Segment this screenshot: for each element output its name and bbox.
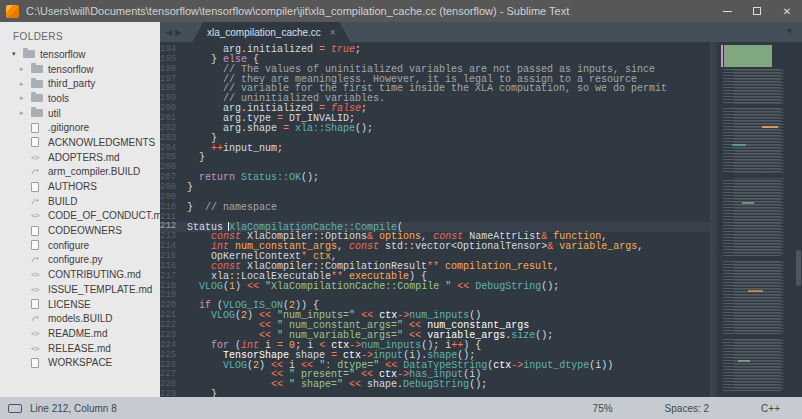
collapsed-arrow-icon[interactable]: ▸ — [20, 109, 31, 117]
close-button[interactable]: ✕ — [772, 0, 802, 22]
tree-item[interactable]: ▸tools — [0, 91, 160, 106]
window-controls: ✕ — [712, 0, 802, 22]
code-line[interactable]: 210} // namespace — [160, 203, 718, 213]
code-line[interactable]: 204 ++input_num; — [160, 144, 718, 154]
tree-item[interactable]: <>RELEASE.md — [0, 341, 160, 356]
minimap-lines-overlay — [734, 70, 784, 391]
tab-overflow-icon[interactable]: ▼ — [785, 26, 794, 36]
line-content: VLOG(1) << "XlaCompilationCache::Compile… — [187, 282, 559, 292]
line-content: } — [187, 153, 205, 163]
tab-label: xla_compilation_cache.cc — [207, 27, 321, 38]
tree-item-label: arm_compiler.BUILD — [48, 166, 140, 177]
expanded-arrow-icon[interactable]: ▾ — [12, 50, 23, 58]
minimap-shadow — [710, 42, 718, 397]
code-line[interactable]: 207 return Status::OK(); — [160, 173, 718, 183]
tab-bar: ◀ ▶ xla_compilation_cache.cc × ▼ — [160, 22, 802, 42]
tree-item[interactable]: WORKSPACE — [0, 355, 160, 370]
code-line[interactable]: 208} — [160, 183, 718, 193]
scroll-percent[interactable]: 75% — [593, 403, 613, 414]
minimap-license-block — [724, 45, 772, 67]
tree-item[interactable]: <>CODE_OF_CONDUCT.md — [0, 209, 160, 224]
maximize-button[interactable] — [742, 0, 772, 22]
file-icon — [31, 123, 48, 133]
window-title: C:\Users\will\Documents\tensorflow\tenso… — [26, 5, 712, 17]
title-bar[interactable]: C:\Users\will\Documents\tensorflow\tenso… — [0, 0, 802, 22]
tree-item[interactable]: /*models.BUILD — [0, 311, 160, 326]
line-content: return Status::OK(); — [187, 173, 319, 183]
line-number: 229 — [160, 390, 187, 397]
cursor-position: Line 212, Column 8 — [30, 403, 117, 414]
file-icon — [31, 182, 48, 192]
tree-item[interactable]: LICENSE — [0, 297, 160, 312]
tree-item-label: RELEASE.md — [48, 343, 111, 354]
tree-item[interactable]: /*BUILD — [0, 194, 160, 209]
tree-item-label: .gitignore — [48, 122, 89, 133]
tree-item-label: WORKSPACE — [48, 357, 112, 368]
tree-item[interactable]: /*arm_compiler.BUILD — [0, 165, 160, 180]
code-line[interactable]: 202 arg.shape = xla::Shape(); — [160, 124, 718, 134]
status-panel-icon[interactable] — [8, 404, 22, 413]
file-icon — [31, 299, 48, 309]
tree-item[interactable]: <>ADOPTERS.md — [0, 150, 160, 165]
code-editor[interactable]: 194 arg.initialized = true;195 } else {1… — [160, 42, 718, 397]
sidebar: FOLDERS ▾tensorflow▸tensorflow▸third_par… — [0, 22, 160, 397]
tree-item-label: configure.py — [48, 254, 102, 265]
tree-item[interactable]: CODEOWNERS — [0, 223, 160, 238]
tree-item-label: tools — [48, 93, 69, 104]
folder-open-icon — [23, 50, 40, 58]
tree-item[interactable]: ▸util — [0, 106, 160, 121]
collapsed-arrow-icon[interactable]: ▸ — [20, 65, 31, 73]
code-line[interactable]: 229 } — [160, 390, 718, 397]
tree-item-label: CODE_OF_CONDUCT.md — [48, 210, 160, 221]
tree-item[interactable]: /*configure.py — [0, 253, 160, 268]
minimize-icon — [723, 11, 732, 12]
tree-item-label: third_party — [48, 78, 95, 89]
tree-item[interactable]: configure — [0, 238, 160, 253]
tab-scroll-right-icon[interactable]: ▶ — [175, 28, 181, 37]
tab-xla-compilation-cache[interactable]: xla_compilation_cache.cc × — [192, 22, 350, 42]
tree-item-label: configure — [48, 240, 89, 251]
tree-item-label: ADOPTERS.md — [48, 152, 120, 163]
tree-item[interactable]: ▾tensorflow — [0, 47, 160, 62]
tree-item[interactable]: .gitignore — [0, 120, 160, 135]
line-content: } — [187, 183, 193, 193]
build-icon: /* — [31, 255, 48, 264]
tree-item[interactable]: ACKNOWLEDGMENTS — [0, 135, 160, 150]
file-icon — [31, 226, 48, 236]
indent-setting[interactable]: Spaces: 2 — [665, 403, 709, 414]
code-line[interactable]: 205 } — [160, 153, 718, 163]
folder-icon — [31, 65, 48, 73]
tab-scroll-left-icon[interactable]: ◀ — [166, 28, 172, 37]
tree-item-label: tensorflow — [40, 49, 86, 60]
tab-close-icon[interactable]: × — [330, 27, 336, 38]
status-bar: Line 212, Column 8 75% Spaces: 2 C++ — [0, 397, 802, 419]
tree-item-label: tensorflow — [48, 64, 94, 75]
code-icon: <> — [31, 153, 48, 162]
file-icon — [31, 240, 48, 250]
code-line[interactable]: 228 << " shape=" << shape.DebugString(); — [160, 380, 718, 390]
tree-item-label: CONTRIBUTING.md — [48, 269, 141, 280]
tree-item[interactable]: <>ISSUE_TEMPLATE.md — [0, 282, 160, 297]
code-icon: <> — [31, 344, 48, 353]
vertical-scrollbar[interactable] — [796, 250, 801, 286]
tree-item[interactable]: <>README.md — [0, 326, 160, 341]
minimap[interactable] — [718, 42, 802, 397]
code-line[interactable]: 218 VLOG(1) << "XlaCompilationCache::Com… — [160, 282, 718, 292]
file-icon — [31, 137, 48, 147]
collapsed-arrow-icon[interactable]: ▸ — [20, 80, 31, 88]
tree-item[interactable]: AUTHORS — [0, 179, 160, 194]
syntax-mode[interactable]: C++ — [761, 403, 780, 414]
collapsed-arrow-icon[interactable]: ▸ — [20, 94, 31, 102]
code-line[interactable]: 211 — [160, 213, 718, 223]
tree-item[interactable]: <>CONTRIBUTING.md — [0, 267, 160, 282]
minimize-button[interactable] — [712, 0, 742, 22]
folder-icon — [31, 109, 48, 117]
tree-item[interactable]: ▸tensorflow — [0, 62, 160, 77]
tree-item[interactable]: ▸third_party — [0, 76, 160, 91]
tree-item-label: models.BUILD — [48, 313, 112, 324]
maximize-icon — [753, 7, 761, 15]
tree-item-label: CODEOWNERS — [48, 225, 122, 236]
tree-item-label: LICENSE — [48, 299, 91, 310]
folder-tree: ▾tensorflow▸tensorflow▸third_party▸tools… — [0, 47, 160, 370]
build-icon: /* — [31, 197, 48, 206]
